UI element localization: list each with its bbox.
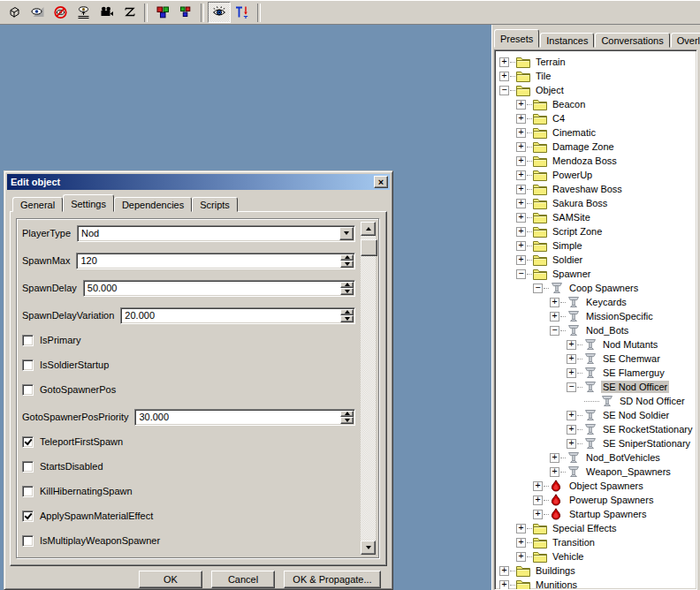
scrollbar-thumb[interactable] [361, 239, 377, 256]
expand-toggle-icon[interactable]: + [516, 114, 526, 124]
expand-toggle-icon[interactable]: + [516, 170, 526, 180]
expand-toggle-icon[interactable]: + [499, 566, 509, 576]
tree-item-missionspecific[interactable]: +MissionSpecific [495, 309, 696, 323]
tree-item-nod-botvehicles[interactable]: +Nod_BotVehicles [495, 450, 696, 465]
toggle-labels-button[interactable] [231, 2, 254, 23]
tree-item-nod-bots[interactable]: −Nod_Bots [495, 323, 696, 337]
tree-item-powerup[interactable]: +PowerUp [495, 168, 696, 182]
tree-item-tile[interactable]: +Tile [495, 69, 696, 83]
tree-item-script-zone[interactable]: +Script Zone [495, 224, 696, 238]
tree-item-object[interactable]: −Object [495, 83, 696, 97]
tab-presets[interactable]: Presets [494, 29, 539, 48]
tab-instances[interactable]: Instances [540, 33, 594, 48]
tree-item-se-chemwar[interactable]: +SE Chemwar [495, 352, 696, 366]
expand-toggle-icon[interactable]: + [567, 425, 576, 435]
tree-item-se-nod-soldier[interactable]: +SE Nod Soldier [495, 408, 696, 422]
expand-toggle-icon[interactable]: + [516, 241, 526, 251]
expand-toggle-icon[interactable]: + [550, 453, 559, 463]
tree-item-se-nod-officer[interactable]: −SE Nod Officer [495, 380, 696, 394]
tree-item-samsite[interactable]: +SAMSite [495, 210, 696, 224]
expand-toggle-icon[interactable]: + [567, 411, 576, 420]
expand-toggle-icon[interactable]: + [516, 100, 526, 110]
zone-edit-button[interactable] [118, 2, 141, 23]
expand-toggle-icon[interactable]: + [516, 552, 526, 562]
scroll-up-button[interactable] [361, 222, 376, 236]
tree-item-soldier[interactable]: +Soldier [495, 253, 696, 267]
tree-item-startup-spawners[interactable]: +Startup Spawners [495, 507, 696, 521]
expand-toggle-icon[interactable]: + [550, 467, 559, 477]
expand-toggle-icon[interactable]: + [567, 439, 576, 449]
close-button[interactable]: × [374, 176, 388, 188]
expand-toggle-icon[interactable]: + [567, 368, 576, 378]
tree-item-munitions[interactable]: +Munitions [495, 578, 696, 590]
dropdown-button[interactable] [339, 227, 354, 240]
tree-item-sakura-boss[interactable]: +Sakura Boss [495, 196, 696, 210]
hide-selection-button[interactable] [49, 2, 72, 23]
gotospawnerpos-checkbox[interactable] [22, 384, 34, 396]
tree-item-mendoza-boss[interactable]: +Mendoza Boss [495, 154, 696, 168]
tree-item-simple[interactable]: +Simple [495, 238, 696, 253]
expand-toggle-icon[interactable]: + [516, 538, 526, 548]
collapse-toggle-icon[interactable]: − [567, 382, 576, 392]
tree-item-raveshaw-boss[interactable]: +Raveshaw Boss [495, 182, 696, 196]
tree-item-sd-nod-officer[interactable]: SD Nod Officer [495, 394, 696, 408]
applyspawnmaterialeffect-checkbox[interactable] [22, 511, 34, 522]
collapse-toggle-icon[interactable]: − [499, 86, 509, 95]
expand-toggle-icon[interactable]: + [567, 354, 576, 364]
toggle-visibility-button[interactable] [208, 2, 231, 23]
expand-toggle-icon[interactable]: + [550, 298, 559, 307]
tab-settings[interactable]: Settings [63, 194, 114, 212]
restore-hidden-button[interactable] [72, 2, 95, 23]
tree-item-beacon[interactable]: +Beacon [495, 97, 696, 111]
expand-toggle-icon[interactable]: + [516, 199, 526, 208]
expand-toggle-icon[interactable]: + [533, 510, 543, 519]
expand-toggle-icon[interactable]: + [499, 57, 509, 67]
display-objects-button[interactable] [151, 2, 174, 23]
spin-down-button[interactable] [340, 315, 354, 322]
expand-toggle-icon[interactable]: + [533, 495, 543, 505]
teleportfirstspawn-checkbox[interactable] [22, 436, 34, 448]
expand-toggle-icon[interactable]: + [516, 156, 526, 166]
expand-toggle-icon[interactable]: + [516, 227, 526, 237]
startsdisabled-checkbox[interactable] [22, 461, 34, 473]
ok-button[interactable]: OK [139, 571, 202, 588]
expand-toggle-icon[interactable]: + [499, 580, 509, 590]
collapse-toggle-icon[interactable]: − [516, 269, 526, 279]
tree-item-nod-mutants[interactable]: +Nod Mutants [495, 337, 696, 352]
ok-propagate-button[interactable]: OK & Propagate... [284, 571, 381, 588]
spin-up-button[interactable] [340, 309, 354, 316]
settings-scrollbar[interactable] [361, 222, 376, 555]
tab-dependencies[interactable]: Dependencies [114, 197, 192, 212]
expand-toggle-icon[interactable]: + [533, 481, 543, 491]
tab-general[interactable]: General [12, 197, 63, 212]
tree-item-weapon-spawners[interactable]: +Weapon_Spawners [495, 465, 696, 479]
expand-toggle-icon[interactable]: + [516, 213, 526, 223]
show-selection-button[interactable] [26, 2, 49, 23]
cancel-button[interactable]: Cancel [211, 571, 275, 588]
tree-item-coop-spawners[interactable]: −Coop Spawners [495, 281, 696, 295]
tree-item-object-spawners[interactable]: +Object Spawners [495, 479, 696, 493]
playertype-combobox[interactable]: Nod [77, 225, 355, 242]
expand-toggle-icon[interactable]: + [567, 340, 576, 350]
expand-toggle-icon[interactable]: + [516, 185, 526, 194]
tree-item-keycards[interactable]: +Keycards [495, 295, 696, 309]
spawnmax-input[interactable]: 120 [76, 253, 355, 269]
wireframe-mode-button[interactable] [3, 2, 26, 23]
spin-down-button[interactable] [340, 261, 354, 268]
expand-toggle-icon[interactable]: + [516, 142, 526, 152]
spin-down-button[interactable] [340, 417, 354, 424]
tree-item-se-rocketstationary[interactable]: +SE RocketStationary [495, 422, 696, 436]
expand-toggle-icon[interactable]: + [550, 312, 559, 321]
isprimary-checkbox[interactable] [22, 335, 34, 346]
spin-up-button[interactable] [340, 254, 354, 261]
tree-item-spawner[interactable]: −Spawner [495, 267, 696, 281]
tree-item-damage-zone[interactable]: +Damage Zone [495, 140, 696, 154]
expand-toggle-icon[interactable]: + [516, 524, 526, 533]
tree-item-se-sniperstationary[interactable]: +SE SniperStationary [495, 436, 696, 450]
tree-item-c4[interactable]: +C4 [495, 111, 696, 125]
spin-down-button[interactable] [340, 288, 354, 295]
dialog-titlebar[interactable]: Edit object × [7, 174, 390, 190]
spin-up-button[interactable] [340, 282, 354, 289]
collapse-toggle-icon[interactable]: − [550, 326, 559, 336]
collapse-toggle-icon[interactable]: − [533, 284, 543, 293]
